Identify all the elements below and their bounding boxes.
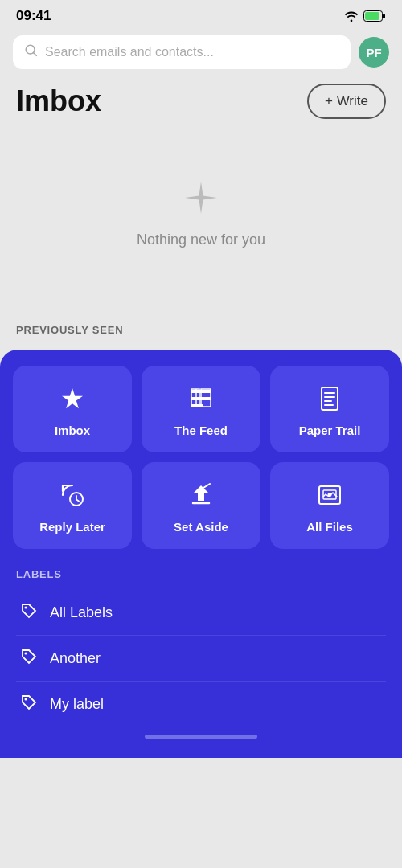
nav-label-paper-trail: Paper Trail [299,424,361,437]
nav-item-set-aside[interactable]: Set Aside [142,462,260,549]
nav-item-reply-later[interactable]: Reply Later [13,462,132,549]
battery-icon [363,10,386,22]
write-button[interactable]: + Write [307,84,386,119]
search-icon [24,43,39,61]
nav-label-set-aside: Set Aside [174,520,228,534]
svg-rect-2 [365,12,379,20]
search-bar[interactable]: Search emails and contacts... [13,35,351,69]
empty-state: Nothing new for you [0,130,402,313]
home-bar [145,735,257,739]
nav-label-reply-later: Reply Later [39,520,105,534]
label-item-another[interactable]: Another [16,636,386,682]
nav-label-imbox: Imbox [55,424,90,437]
page-title: Imbox [16,84,101,118]
label-tag-icon-all [19,601,39,624]
svg-point-21 [25,698,27,701]
nav-item-imbox[interactable]: Imbox [13,366,132,452]
nav-label-all-files: All Files [306,520,353,534]
page-header: Imbox + Write [0,76,402,130]
svg-point-20 [25,653,27,655]
bottom-panel: Imbox The Feed [0,350,402,758]
nav-item-all-files[interactable]: All Files [270,462,389,549]
label-item-another-text: Another [50,650,100,667]
labels-heading: LABELS [16,568,386,580]
previously-seen-section: PREVIOUSLY SEEN [0,313,402,350]
empty-state-text: Nothing new for you [137,231,265,248]
label-tag-icon-my [19,693,39,715]
all-files-icon [316,481,343,512]
labels-section: LABELS All Labels Another [13,568,389,727]
nav-grid: Imbox The Feed [13,366,389,549]
avatar[interactable]: PF [359,37,389,68]
feed-icon [187,385,215,416]
svg-rect-1 [383,14,385,18]
nav-label-the-feed: The Feed [174,424,228,437]
star-icon [59,385,86,416]
label-item-my-label-text: My label [50,696,104,713]
nav-item-the-feed[interactable]: The Feed [142,366,260,452]
wifi-icon [344,10,359,22]
search-placeholder-text: Search emails and contacts... [45,45,214,59]
status-bar: 09:41 [0,0,402,29]
nav-item-paper-trail[interactable]: Paper Trail [270,366,389,452]
status-time: 09:41 [16,8,51,24]
paper-trail-icon [316,385,343,416]
label-item-all-labels[interactable]: All Labels [16,590,386,636]
svg-point-19 [25,607,27,609]
previously-seen-label: PREVIOUSLY SEEN [16,324,123,336]
set-aside-icon [187,481,215,512]
status-icons [344,10,386,22]
label-item-all-labels-text: All Labels [50,604,113,621]
label-tag-icon-another [19,647,39,669]
label-item-my-label[interactable]: My label [16,682,386,727]
svg-line-15 [203,484,210,488]
svg-rect-8 [322,387,338,410]
reply-later-icon [59,481,86,512]
search-row: Search emails and contacts... PF [0,29,402,76]
home-indicator [13,727,389,742]
sparkle-icon [182,178,220,220]
